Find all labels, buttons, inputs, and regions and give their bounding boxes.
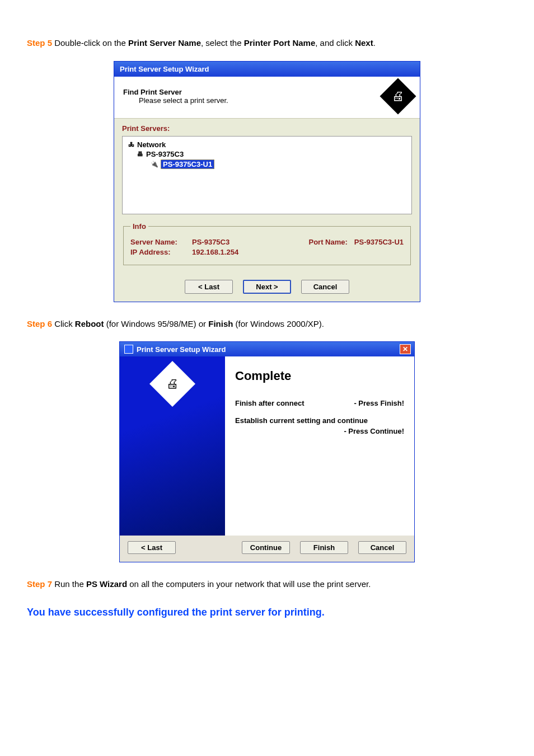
finish-button[interactable]: Finish [300,541,348,554]
ip-key: IP Address: [130,248,192,256]
continue-line: Establish current setting and continue [235,416,404,425]
wizard1-header-subtitle: Please select a print server. [123,96,228,105]
step5-line: Step 5 Double-click on the Print Server … [27,37,507,50]
step5-label: Step 5 [27,38,52,48]
wizard2-title: Print Server Setup Wizard [137,345,226,354]
tree-port[interactable]: 🔌 PS-9375C3-U1 [127,159,407,170]
info-group: Info Server Name: PS-9375C3 Port Name: P… [123,222,411,265]
next-button[interactable]: Next > [243,280,291,294]
wizard2-window: Print Server Setup Wizard ✕ 🖨 Complete F… [119,341,415,562]
tree-port-selected: PS-9375C3-U1 [161,159,214,169]
step7-line: Step 7 Run the PS Wizard on all the comp… [27,578,507,591]
success-message: You have successfully configured the pri… [27,607,507,618]
step7-label: Step 7 [27,579,52,589]
wizard2-sidebar: 🖨 [120,356,225,536]
last-button[interactable]: < Last [128,541,176,554]
wizard1-window: Print Server Setup Wizard Find Print Ser… [114,61,420,302]
port-name-value: PS-9375C3-U1 [354,238,404,246]
server-icon: 🖶 [136,150,144,158]
step6-label: Step 6 [27,319,52,328]
app-icon [124,345,133,354]
wizard2-content: Complete Finish after connect - Press Fi… [225,356,414,536]
cancel-button[interactable]: Cancel [358,541,406,554]
last-button[interactable]: < Last [185,280,233,294]
info-legend: Info [130,222,148,231]
print-servers-tree[interactable]: 🖧 Network 🖶 PS-9375C3 🔌 PS-9375C3-U1 [122,136,412,214]
wizard2-titlebar[interactable]: Print Server Setup Wizard ✕ [120,342,414,356]
complete-heading: Complete [235,369,404,383]
tree-root[interactable]: 🖧 Network [127,140,407,149]
port-name-key: Port Name: [308,238,347,246]
wizard1-titlebar[interactable]: Print Server Setup Wizard [114,62,420,77]
wizard1-header: Find Print Server Please select a print … [114,77,420,119]
wizard2-button-bar: < Last Continue Finish Cancel [120,536,414,562]
port-icon: 🔌 [151,160,158,168]
wizard1-header-title: Find Print Server [123,88,228,96]
finish-line: Finish after connect - Press Finish! [235,399,404,407]
cancel-button[interactable]: Cancel [301,280,349,294]
continue-button[interactable]: Continue [242,541,290,554]
network-icon: 🖧 [127,140,135,148]
printer-icon: 🖨 [149,361,195,407]
step6-line: Step 6 Click Reboot (for Windows 95/98/M… [27,318,507,331]
close-icon[interactable]: ✕ [400,344,411,354]
continue-line-right: - Press Continue! [235,427,404,435]
wizard1-button-bar: < Last Next > Cancel [114,274,420,302]
print-servers-label: Print Servers: [122,124,412,133]
ip-value: 192.168.1.254 [192,248,238,256]
tree-server[interactable]: 🖶 PS-9375C3 [127,149,407,159]
printer-icon: 🖨 [380,78,416,114]
server-name-value: PS-9375C3 [192,238,229,246]
server-name-key: Server Name: [130,238,192,246]
